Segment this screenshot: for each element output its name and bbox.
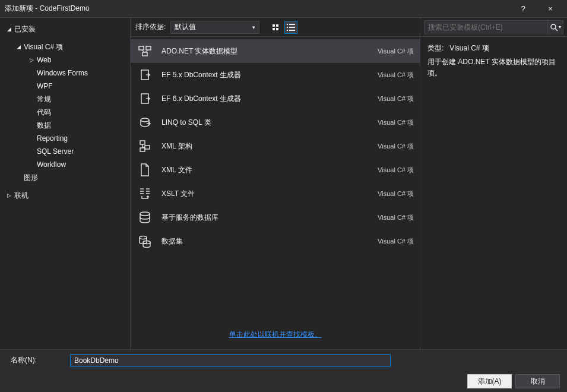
search-button[interactable]: ▾ — [548, 20, 563, 34]
view-list-button[interactable] — [284, 21, 297, 34]
template-item[interactable]: ADO.NET 实体数据模型 Visual C# 项 — [131, 39, 420, 63]
xsd-icon — [137, 138, 153, 154]
tree-label: 联机 — [14, 191, 28, 201]
grid-icon — [273, 24, 278, 30]
search-box[interactable] — [424, 20, 548, 34]
template-type: Visual C# 项 — [378, 118, 414, 127]
tree-label: Workflow — [37, 160, 66, 169]
xml-file-icon — [137, 162, 153, 178]
detail-type-value: Visual C# 项 — [449, 44, 489, 52]
titlebar: 添加新项 - CodeFirstDemo ? × — [0, 0, 567, 18]
tree-graphics[interactable]: 图形 — [0, 171, 130, 184]
template-label: EF 6.x DbContext 生成器 — [161, 94, 378, 104]
svg-rect-6 — [139, 46, 144, 50]
tree-installed[interactable]: ◢ 已安装 — [0, 23, 130, 36]
xslt-icon — [137, 185, 153, 202]
chevron-down-icon: ◢ — [17, 44, 24, 50]
template-item[interactable]: XSLT 文件 Visual C# 项 — [131, 182, 420, 206]
tree-data[interactable]: 数据 — [0, 119, 130, 132]
detail-type-label: 类型: — [427, 44, 444, 52]
generator-icon — [137, 90, 153, 107]
tree-general[interactable]: 常规 — [0, 93, 130, 106]
svg-rect-14 — [140, 148, 145, 151]
footer: 名称(N): 添加(A) 取消 — [0, 349, 567, 392]
tree-workflow[interactable]: Workflow — [0, 158, 130, 171]
tree-label: 图形 — [24, 173, 38, 183]
template-label: 基于服务的数据库 — [161, 213, 378, 223]
svg-point-18 — [140, 236, 147, 239]
entity-model-icon — [137, 43, 153, 59]
detail-type-row: 类型: Visual C# 项 — [427, 43, 560, 54]
svg-rect-5 — [289, 30, 295, 31]
svg-line-21 — [555, 29, 558, 31]
tree-label: Web — [37, 56, 51, 64]
svg-rect-1 — [289, 24, 295, 25]
main-area: ◢ 已安装 ◢ Visual C# 项 ▷ Web Windows Forms … — [0, 18, 567, 349]
online-templates-link[interactable]: 单击此处以联机并查找模板。 — [229, 330, 322, 339]
template-label: EF 5.x DbContext 生成器 — [161, 70, 378, 80]
name-label: 名称(N): — [11, 355, 70, 365]
tree-label: Reporting — [37, 134, 68, 143]
template-label: LINQ to SQL 类 — [161, 118, 378, 128]
template-item[interactable]: 数据集 Visual C# 项 — [131, 229, 420, 253]
template-label: ADO.NET 实体数据模型 — [161, 46, 378, 56]
template-label: XSLT 文件 — [161, 189, 378, 199]
template-type: Visual C# 项 — [378, 237, 414, 246]
sidebar: ◢ 已安装 ◢ Visual C# 项 ▷ Web Windows Forms … — [0, 18, 131, 349]
tree-online[interactable]: ▷ 联机 — [0, 189, 130, 202]
template-item[interactable]: EF 6.x DbContext 生成器 Visual C# 项 — [131, 87, 420, 110]
template-type: Visual C# 项 — [378, 142, 414, 151]
add-button[interactable]: 添加(A) — [467, 374, 512, 388]
chevron-down-icon: ◢ — [7, 26, 14, 32]
search-icon — [550, 23, 558, 31]
sort-label: 排序依据: — [135, 22, 166, 32]
template-item[interactable]: XML 架构 Visual C# 项 — [131, 134, 420, 158]
list-icon — [287, 24, 295, 31]
tree-label: 数据 — [37, 121, 51, 131]
template-item[interactable]: LINQ to SQL 类 Visual C# 项 — [131, 110, 420, 134]
close-button[interactable]: × — [539, 4, 562, 13]
tree-vcsharp[interactable]: ◢ Visual C# 项 — [0, 40, 130, 53]
template-type: Visual C# 项 — [378, 71, 414, 80]
template-item[interactable]: EF 5.x DbContext 生成器 Visual C# 项 — [131, 63, 420, 87]
name-input[interactable] — [70, 354, 391, 367]
online-templates-link-row: 单击此处以联机并查找模板。 — [131, 320, 420, 349]
chevron-right-icon: ▷ — [7, 192, 14, 198]
tree-wpf[interactable]: WPF — [0, 80, 130, 93]
tree-web[interactable]: ▷ Web — [0, 53, 130, 67]
svg-rect-3 — [289, 27, 295, 28]
svg-rect-8 — [142, 52, 147, 56]
template-item[interactable]: 基于服务的数据库 Visual C# 项 — [131, 206, 420, 229]
tree-code[interactable]: 代码 — [0, 106, 130, 119]
svg-rect-12 — [140, 141, 145, 144]
sort-dropdown[interactable]: 默认值 ▾ — [170, 21, 259, 34]
template-item[interactable]: XML 文件 Visual C# 项 — [131, 158, 420, 182]
chevron-down-icon: ▾ — [252, 24, 255, 30]
tree-label: 常规 — [37, 94, 51, 105]
template-type: Visual C# 项 — [378, 213, 414, 222]
template-type: Visual C# 项 — [378, 166, 414, 175]
svg-rect-4 — [287, 30, 288, 31]
detail-description: 用于创建 ADO.NET 实体数据模型的项目项。 — [427, 56, 560, 79]
tree-label: SQL Server — [37, 147, 74, 156]
cancel-button[interactable]: 取消 — [515, 374, 560, 388]
tree-sqlserver[interactable]: SQL Server — [0, 145, 130, 158]
tree-label: WPF — [37, 82, 53, 90]
template-label: XML 文件 — [161, 165, 378, 175]
tree-reporting[interactable]: Reporting — [0, 132, 130, 145]
templates-panel: 排序依据: 默认值 ▾ ADO.NET 实体数据模型 Visual C# 项 — [131, 18, 420, 349]
view-grid-button[interactable] — [269, 21, 282, 34]
help-button[interactable]: ? — [511, 4, 535, 13]
tree-winforms[interactable]: Windows Forms — [0, 67, 130, 80]
tree-label: Visual C# 项 — [24, 42, 63, 52]
template-label: 数据集 — [161, 236, 378, 246]
chevron-down-icon: ▾ — [559, 24, 561, 30]
search-input[interactable] — [428, 23, 544, 31]
chevron-right-icon: ▷ — [30, 57, 37, 63]
generator-icon — [137, 67, 153, 83]
template-type: Visual C# 项 — [378, 94, 414, 103]
tree-label: 代码 — [37, 108, 51, 118]
tree-label: 已安装 — [14, 24, 36, 34]
detail-panel: ▾ 类型: Visual C# 项 用于创建 ADO.NET 实体数据模型的项目… — [420, 18, 567, 349]
linq-icon — [137, 114, 153, 131]
